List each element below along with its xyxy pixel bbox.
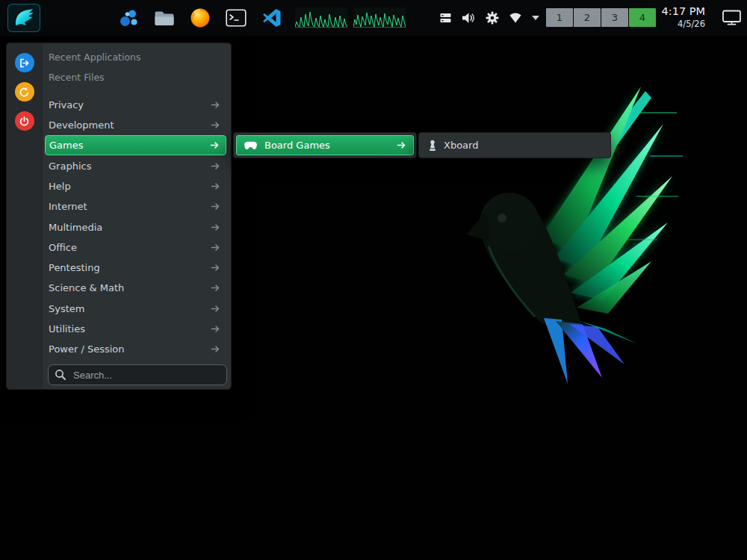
system-monitor-graphs bbox=[295, 7, 406, 28]
arrow-right-icon bbox=[211, 305, 220, 313]
logout-icon bbox=[19, 57, 30, 69]
category-label: Privacy bbox=[49, 99, 84, 111]
system-tray bbox=[439, 0, 539, 36]
board-games-label: Board Games bbox=[264, 140, 330, 151]
arrow-right-icon bbox=[211, 264, 220, 272]
category-label: Office bbox=[49, 242, 77, 253]
network-graph[interactable] bbox=[353, 7, 406, 28]
category-label: Multimedia bbox=[49, 222, 102, 233]
category-label: Power / Session bbox=[49, 343, 125, 355]
menu-category-power-session[interactable]: Power / Session bbox=[45, 339, 226, 359]
arrow-right-icon bbox=[211, 162, 220, 170]
arrow-right-icon bbox=[211, 345, 220, 353]
category-label: Help bbox=[49, 181, 71, 192]
firefox-icon bbox=[190, 7, 211, 28]
session-sidebar bbox=[7, 43, 43, 389]
bubbles-icon bbox=[118, 7, 139, 28]
wifi-icon[interactable] bbox=[509, 13, 522, 23]
menu-category-development[interactable]: Development bbox=[45, 115, 226, 135]
xboard-label: Xboard bbox=[444, 140, 478, 151]
menu-item-recent-applications[interactable]: Recent Applications bbox=[45, 47, 226, 67]
arrow-right-icon bbox=[211, 243, 220, 252]
monitor-icon bbox=[722, 10, 741, 25]
terminal-icon bbox=[226, 9, 247, 27]
arrow-right-icon bbox=[211, 101, 220, 109]
menu-item-board-games[interactable]: Board Games bbox=[236, 135, 414, 155]
show-desktop-button[interactable] bbox=[722, 10, 741, 25]
volume-icon[interactable] bbox=[462, 12, 476, 24]
clock[interactable]: 4:17 PM 4/5/26 bbox=[662, 4, 705, 29]
parrot-logo-icon bbox=[11, 5, 37, 31]
category-label: Internet bbox=[49, 201, 87, 212]
app-launcher-vscode[interactable] bbox=[261, 7, 282, 28]
search-input[interactable] bbox=[72, 369, 220, 382]
restart-icon bbox=[19, 87, 30, 98]
arrow-right-icon bbox=[211, 284, 220, 292]
menu-category-office[interactable]: Office bbox=[45, 237, 226, 258]
logout-button[interactable] bbox=[15, 53, 34, 72]
board-games-submenu-panel: Board Games bbox=[233, 132, 417, 158]
arrow-right-icon bbox=[211, 202, 220, 211]
menu-category-system[interactable]: System bbox=[45, 299, 226, 319]
application-menu: Recent Applications Recent Files Privacy… bbox=[6, 43, 232, 390]
category-label: System bbox=[49, 303, 84, 314]
category-label: Graphics bbox=[49, 161, 91, 172]
clock-time: 4:17 PM bbox=[662, 4, 705, 19]
menu-category-privacy[interactable]: Privacy bbox=[45, 95, 226, 115]
menu-search bbox=[48, 364, 227, 385]
memory-icon[interactable] bbox=[439, 12, 452, 24]
parrot-menu-button[interactable] bbox=[7, 4, 40, 32]
menu-category-help[interactable]: Help bbox=[45, 176, 226, 196]
xboard-submenu-panel: Xboard bbox=[418, 132, 611, 158]
menu-category-multimedia[interactable]: Multimedia bbox=[45, 217, 226, 237]
app-launcher-firefox[interactable] bbox=[190, 7, 211, 28]
arrow-right-icon bbox=[211, 121, 220, 129]
workspace-button-4[interactable]: 4 bbox=[629, 8, 656, 27]
category-label: Pentesting bbox=[49, 262, 100, 273]
chevron-down-icon[interactable] bbox=[532, 16, 539, 20]
chevron-right-icon bbox=[397, 141, 406, 149]
menu-category-graphics[interactable]: Graphics bbox=[45, 155, 226, 175]
gamepad-icon bbox=[244, 141, 258, 150]
recent-files-label: Recent Files bbox=[49, 72, 105, 83]
menu-category-games[interactable]: Games bbox=[45, 135, 226, 155]
settings-gear-icon[interactable] bbox=[486, 11, 499, 25]
arrow-right-icon bbox=[210, 141, 220, 149]
workspace-button-2[interactable]: 2 bbox=[574, 8, 601, 27]
search-icon bbox=[55, 369, 66, 381]
clock-date: 4/5/26 bbox=[678, 19, 705, 29]
vscode-icon bbox=[262, 8, 282, 28]
workspace-switcher: 1 2 3 4 bbox=[546, 8, 656, 27]
workspace-button-1[interactable]: 1 bbox=[546, 8, 573, 27]
category-list: Privacy Development Games Graphics Help … bbox=[43, 95, 231, 360]
menu-category-pentesting[interactable]: Pentesting bbox=[45, 258, 226, 278]
cpu-graph[interactable] bbox=[295, 7, 347, 28]
taskbar: 1 2 3 4 4:17 PM 4/5/26 bbox=[0, 0, 747, 36]
arrow-right-icon bbox=[211, 223, 220, 231]
desktop: 1 2 3 4 4:17 PM 4/5/26 bbox=[0, 0, 747, 560]
restart-button[interactable] bbox=[15, 82, 34, 102]
category-label: Development bbox=[49, 119, 114, 131]
shutdown-button[interactable] bbox=[15, 111, 34, 131]
menu-category-science-math[interactable]: Science & Math bbox=[45, 278, 226, 298]
app-launchers bbox=[118, 0, 282, 36]
workspace-button-3[interactable]: 3 bbox=[601, 8, 628, 27]
recent-applications-label: Recent Applications bbox=[49, 52, 141, 63]
folder-icon bbox=[154, 10, 175, 27]
app-launcher-terminal[interactable] bbox=[226, 7, 247, 28]
menu-category-internet[interactable]: Internet bbox=[45, 196, 226, 217]
arrow-right-icon bbox=[211, 325, 220, 333]
power-icon bbox=[19, 116, 30, 127]
app-launcher-file-manager[interactable] bbox=[154, 7, 175, 28]
category-label: Utilities bbox=[49, 323, 85, 335]
menu-category-utilities[interactable]: Utilities bbox=[45, 319, 226, 339]
menu-item-xboard[interactable]: Xboard bbox=[421, 135, 608, 155]
category-label: Games bbox=[49, 140, 83, 151]
arrow-right-icon bbox=[211, 182, 220, 190]
app-launcher-bubbles[interactable] bbox=[118, 7, 139, 28]
category-label: Science & Math bbox=[49, 282, 124, 293]
menu-item-recent-files[interactable]: Recent Files bbox=[45, 67, 226, 87]
chess-pawn-icon bbox=[428, 140, 437, 152]
menu-main: Recent Applications Recent Files Privacy… bbox=[43, 43, 231, 389]
